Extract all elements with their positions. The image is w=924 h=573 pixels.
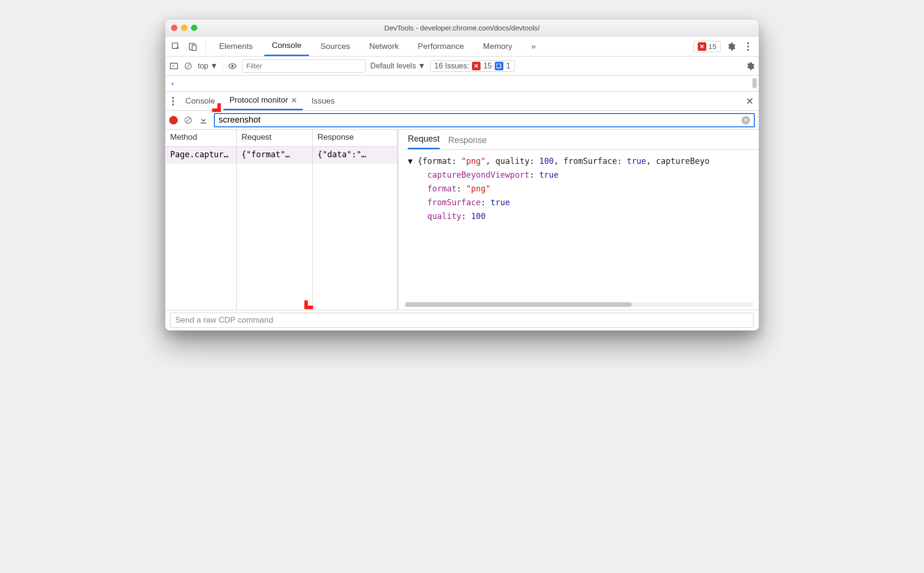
clear-log-icon[interactable] xyxy=(183,115,193,125)
window-controls xyxy=(171,25,197,31)
tab-sources[interactable]: Sources xyxy=(313,37,357,56)
cell-request: {"format"… xyxy=(237,147,313,164)
log-levels-selector[interactable]: Default levels ▼ xyxy=(370,62,425,70)
chevron-down-icon: ▼ xyxy=(418,62,425,70)
tab-elements[interactable]: Elements xyxy=(212,37,260,56)
inspect-element-icon[interactable] xyxy=(169,40,183,53)
drawer-tab-label: Issues xyxy=(311,96,335,106)
col-request[interactable]: Request xyxy=(237,130,313,146)
cell-method: Page.captur… xyxy=(165,147,237,164)
drawer-tab-issues[interactable]: Issues xyxy=(306,92,340,110)
prompt-chevron-icon: › xyxy=(170,79,175,88)
cdp-command-row xyxy=(165,310,759,330)
live-expression-icon[interactable] xyxy=(228,61,237,71)
table-blank xyxy=(165,164,398,310)
drawer-tabstrip: Console Protocol monitor ✕ Issues ✕ xyxy=(165,92,759,111)
info-icon: ❏ xyxy=(495,62,503,70)
detail-tab-response[interactable]: Response xyxy=(448,135,487,149)
tab-console[interactable]: Console xyxy=(264,37,309,56)
separator xyxy=(205,41,206,52)
detail-tab-request[interactable]: Request xyxy=(408,134,440,149)
clear-console-icon[interactable] xyxy=(183,61,193,71)
col-response[interactable]: Response xyxy=(313,130,398,146)
main-tabstrip: Elements Console Sources Network Perform… xyxy=(165,37,759,57)
error-icon: ✕ xyxy=(698,42,706,51)
devtools-window: DevTools - developer.chrome.com/docs/dev… xyxy=(165,19,759,331)
console-filter-input[interactable] xyxy=(242,59,366,73)
protocol-table: Method Request Response Page.captur… {"f… xyxy=(165,130,398,310)
tab-more[interactable]: » xyxy=(524,37,543,56)
horizontal-scrollbar[interactable] xyxy=(405,302,754,307)
drawer-tab-protocol-monitor[interactable]: Protocol monitor ✕ xyxy=(223,92,303,110)
protocol-monitor-toolbar: ✕ xyxy=(165,111,759,130)
minimize-window-button[interactable] xyxy=(181,25,187,31)
scrollbar-thumb[interactable] xyxy=(752,78,757,88)
error-icon: ✕ xyxy=(472,62,481,70)
svg-point-6 xyxy=(231,65,234,67)
titlebar: DevTools - developer.chrome.com/docs/dev… xyxy=(165,19,759,37)
protocol-monitor-body: Method Request Response Page.captur… {"f… xyxy=(165,130,759,310)
issues-label: 16 Issues: xyxy=(434,62,469,70)
drawer-tab-label: Protocol monitor xyxy=(229,96,288,105)
console-prompt[interactable]: › xyxy=(165,76,759,92)
device-toolbar-icon[interactable] xyxy=(186,40,200,53)
context-label: top xyxy=(198,62,208,70)
cdp-command-input[interactable] xyxy=(170,313,754,328)
drawer-tab-console[interactable]: Console xyxy=(180,92,221,110)
clear-filter-icon[interactable]: ✕ xyxy=(741,116,750,124)
table-row[interactable]: Page.captur… {"format"… {"data":"… xyxy=(165,147,398,164)
expand-toggle-icon[interactable]: ▼ xyxy=(408,156,417,166)
console-toolbar: top ▼ Default levels ▼ 16 Issues: ✕ 15 ❏… xyxy=(165,57,759,76)
protocol-detail-pane: Request Response ▼ {format: "png", quali… xyxy=(398,130,759,310)
drawer-more-icon[interactable] xyxy=(169,97,177,105)
record-button[interactable] xyxy=(169,116,178,124)
protocol-filter-wrapper: ✕ xyxy=(214,113,755,127)
close-drawer-icon[interactable]: ✕ xyxy=(746,96,754,107)
issues-info-count: 1 xyxy=(506,62,510,70)
tab-network[interactable]: Network xyxy=(362,37,406,56)
download-icon[interactable] xyxy=(199,115,208,125)
close-tab-icon[interactable]: ✕ xyxy=(291,96,297,105)
console-sidebar-toggle-icon[interactable] xyxy=(169,61,179,71)
issues-badge[interactable]: 16 Issues: ✕ 15 ❏ 1 xyxy=(430,60,515,72)
detail-tabs: Request Response xyxy=(405,130,759,150)
error-count-badge[interactable]: ✕ 15 xyxy=(693,41,721,52)
svg-line-8 xyxy=(186,118,191,123)
context-selector[interactable]: top ▼ xyxy=(198,62,223,70)
tab-performance[interactable]: Performance xyxy=(410,37,472,56)
window-title: DevTools - developer.chrome.com/docs/dev… xyxy=(165,24,759,32)
close-window-button[interactable] xyxy=(171,25,177,31)
settings-icon[interactable] xyxy=(724,40,738,53)
issues-error-count: 15 xyxy=(483,62,492,70)
more-menu-icon[interactable] xyxy=(741,40,755,53)
table-header: Method Request Response xyxy=(165,130,398,147)
svg-rect-1 xyxy=(192,45,196,50)
json-viewer[interactable]: ▼ {format: "png", quality: 100, fromSurf… xyxy=(405,150,759,228)
error-count: 15 xyxy=(708,42,716,50)
svg-line-4 xyxy=(186,64,191,68)
scrollbar-thumb[interactable] xyxy=(405,302,632,307)
chevron-down-icon: ▼ xyxy=(210,62,218,70)
protocol-filter-input[interactable] xyxy=(219,115,741,125)
cell-response: {"data":"… xyxy=(313,147,398,164)
console-settings-icon[interactable] xyxy=(745,61,755,71)
levels-label: Default levels xyxy=(370,62,416,70)
maximize-window-button[interactable] xyxy=(191,25,197,31)
tab-memory[interactable]: Memory xyxy=(475,37,520,56)
col-method[interactable]: Method xyxy=(165,130,237,146)
drawer-tab-label: Console xyxy=(185,96,215,106)
